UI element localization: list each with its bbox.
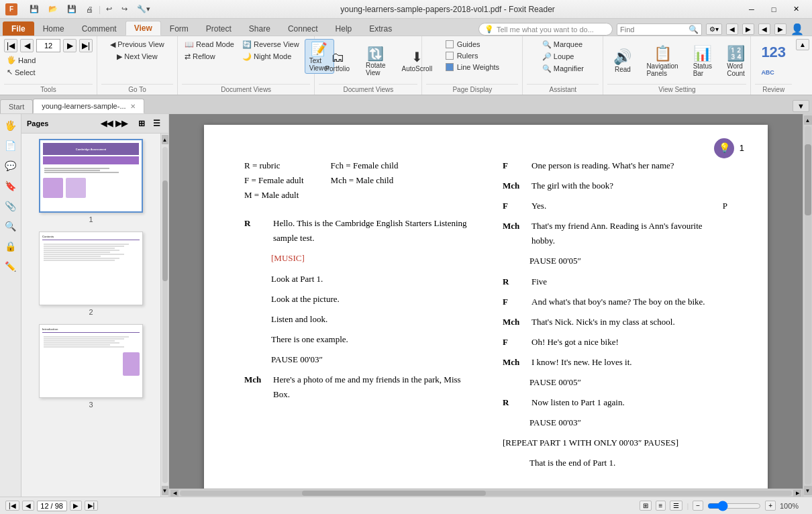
panel-thumb-icon[interactable]: ⊞ xyxy=(135,117,148,130)
tab-protect[interactable]: Protect xyxy=(197,21,240,36)
hand-side-icon[interactable]: 🖐 xyxy=(2,117,19,134)
vscroll-track[interactable] xyxy=(805,126,811,484)
zoom-out-btn[interactable]: − xyxy=(693,501,703,511)
pdf-hscroll[interactable]: ◀ ▶ xyxy=(169,489,803,497)
view-continuous-btn[interactable]: ≡ xyxy=(656,501,666,511)
hscroll-right-btn[interactable]: ▶ xyxy=(793,490,801,497)
magnifier-btn[interactable]: 🔍 Magnifier xyxy=(540,63,587,74)
security-side-icon[interactable]: 🔒 xyxy=(2,238,19,255)
file-menu-btn[interactable]: 💾 xyxy=(26,3,43,15)
ribbon-collapse-btn[interactable]: ▲ xyxy=(796,39,809,50)
marquee-btn[interactable]: 🔍 Marquee xyxy=(540,39,587,50)
line-weights-btn[interactable]: Line Weights xyxy=(443,62,502,72)
search-side-icon[interactable]: 🔍 xyxy=(2,217,19,235)
next-result-btn[interactable]: ▶ xyxy=(742,23,754,35)
print-btn[interactable]: 🖨 xyxy=(82,3,97,15)
view-single-btn[interactable]: ⊞ xyxy=(640,501,652,511)
panel-scrollbar-track[interactable] xyxy=(162,147,168,483)
nav-right-btn[interactable]: ▶ xyxy=(774,23,786,35)
open-btn[interactable]: 📂 xyxy=(44,3,62,15)
first-page-btn[interactable]: |◀ xyxy=(4,39,17,52)
tab-comment[interactable]: Comment xyxy=(73,21,125,36)
panel-nav-last[interactable]: ▶▶ xyxy=(115,117,128,130)
maximize-btn[interactable]: □ xyxy=(763,3,784,16)
ribbon-group-assistant: 🔍 Marquee 🔎 Loupe 🔍 Magnifier Assistant xyxy=(523,36,603,95)
status-prev-page-btn[interactable]: ◀ xyxy=(22,501,34,511)
rotate-view-btn[interactable]: 🔃 RotateView xyxy=(360,41,391,81)
next-view-btn[interactable]: ▶ Next View xyxy=(114,51,160,62)
tab-close-btn[interactable]: ✕ xyxy=(130,103,136,110)
tab-connect[interactable]: Connect xyxy=(279,21,327,36)
prev-page-btn[interactable]: ◀ xyxy=(20,39,34,52)
tools-side-icon[interactable]: ✏️ xyxy=(2,258,19,275)
nav-left-btn[interactable]: ◀ xyxy=(758,23,770,35)
status-bar-btn[interactable]: 📊 StatusBar xyxy=(687,41,718,81)
tab-help[interactable]: Help xyxy=(327,21,361,36)
undo-btn[interactable]: ↩ xyxy=(102,3,116,15)
guides-btn[interactable]: Guides xyxy=(443,39,502,50)
status-first-page-btn[interactable]: |◀ xyxy=(5,501,19,511)
nav-panels-btn[interactable]: 📋 NavigationPanels xyxy=(640,41,684,81)
read-mode-btn[interactable]: 📖 Read Mode xyxy=(182,39,237,50)
prev-view-btn[interactable]: ◀ Previous View xyxy=(107,39,167,50)
tab-file[interactable]: File xyxy=(3,21,34,36)
bookmarks-side-icon[interactable]: 🔖 xyxy=(2,177,19,195)
zoom-slider[interactable] xyxy=(707,501,761,511)
portfolio-btn[interactable]: 🗂 Portfolio xyxy=(319,41,356,81)
vscroll-down-btn[interactable]: ▼ xyxy=(804,486,812,495)
page-thumb-3[interactable]: Introduction xyxy=(39,324,143,409)
rulers-btn[interactable]: Rulers xyxy=(443,50,502,61)
select-tool-btn[interactable]: ↖ Select xyxy=(4,66,38,78)
tab-menu-btn[interactable]: ▼ xyxy=(793,100,809,112)
close-btn[interactable]: ✕ xyxy=(785,3,807,16)
find-input[interactable] xyxy=(620,25,687,34)
pages-side-icon[interactable]: 📄 xyxy=(2,137,19,154)
search-icon[interactable]: 🔍 xyxy=(689,25,699,34)
tab-document[interactable]: young-learners-sample-... ✕ xyxy=(33,99,144,113)
word-count-btn[interactable]: 🔢 WordCount xyxy=(721,41,751,81)
view-facing-btn[interactable]: ☰ xyxy=(670,501,682,511)
page-thumb-1[interactable]: Cambridge Assessment xyxy=(39,139,143,223)
panel-scroll-down[interactable]: ▼ xyxy=(162,486,168,495)
read-btn[interactable]: 🔊 Read xyxy=(607,41,638,81)
reverse-view-btn[interactable]: 🔄 Reverse View xyxy=(240,39,302,50)
tab-form[interactable]: Form xyxy=(161,21,197,36)
page-thumb-2[interactable]: Contents xyxy=(39,232,143,316)
hand-tool-btn[interactable]: 🖐 Hand xyxy=(4,54,38,66)
minimize-btn[interactable]: ─ xyxy=(741,3,762,16)
night-mode-btn[interactable]: 🌙 Night Mode xyxy=(240,51,302,62)
ribbon-tabs: File Home Comment View Form Protect Shar… xyxy=(0,19,812,36)
attachments-side-icon[interactable]: 📎 xyxy=(2,197,19,215)
status-page-input[interactable] xyxy=(37,501,67,511)
reflow-btn[interactable]: ⇄ Reflow xyxy=(182,51,237,62)
ribbon-group-review: 123ABC Review xyxy=(751,36,796,95)
tab-view[interactable]: View xyxy=(125,21,161,36)
next-page-btn[interactable]: ▶ xyxy=(63,39,77,52)
prev-result-btn[interactable]: ◀ xyxy=(726,23,738,35)
status-next-page-btn[interactable]: ▶ xyxy=(70,501,82,511)
goto-group-label: Go To xyxy=(101,84,173,95)
loupe-btn[interactable]: 🔎 Loupe xyxy=(540,51,587,62)
tab-start[interactable]: Start xyxy=(0,99,33,113)
pdf-scroll-area[interactable]: 1 💡 R = rubric F = Female adult M = Male… xyxy=(169,114,803,489)
panel-list-icon[interactable]: ☰ xyxy=(150,117,163,130)
panel-scroll-up[interactable]: ▲ xyxy=(162,135,168,144)
tab-document-label: young-learners-sample-... xyxy=(42,102,125,110)
ribbon-group-tools: |◀ ◀ ▶ ▶| 🖐 Hand ↖ Select Tools xyxy=(0,36,97,95)
tab-extras[interactable]: Extras xyxy=(360,21,401,36)
tab-home[interactable]: Home xyxy=(34,21,73,36)
comments-side-icon[interactable]: 💬 xyxy=(2,157,19,174)
page-number-input[interactable] xyxy=(36,39,60,52)
tools-btn[interactable]: 🔧▾ xyxy=(133,3,154,15)
search-options-btn[interactable]: ⚙▾ xyxy=(706,23,722,35)
vscroll-up-btn[interactable]: ▲ xyxy=(804,115,812,125)
review-word-count-btn[interactable]: 123ABC xyxy=(755,40,792,82)
redo-btn[interactable]: ↪ xyxy=(117,3,132,15)
tab-share[interactable]: Share xyxy=(240,21,279,36)
last-page-btn[interactable]: ▶| xyxy=(79,39,93,52)
zoom-in-btn[interactable]: + xyxy=(765,501,776,511)
hscroll-left-btn[interactable]: ◀ xyxy=(170,490,179,497)
save-btn[interactable]: 💾 xyxy=(63,3,81,15)
status-last-page-btn[interactable]: ▶| xyxy=(85,501,99,511)
panel-nav-first[interactable]: ◀◀ xyxy=(100,117,113,130)
